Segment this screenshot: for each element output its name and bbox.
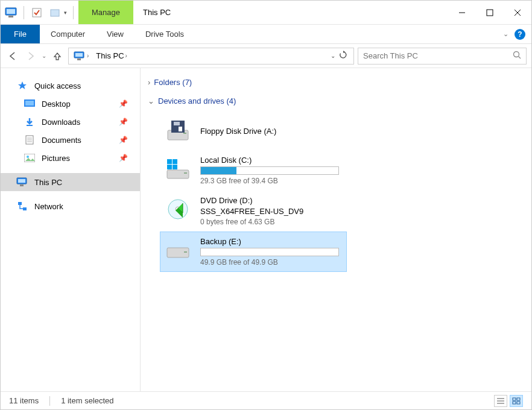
svg-rect-34: [184, 172, 187, 174]
group-label: Devices and drives (4): [158, 96, 236, 106]
svg-rect-24: [18, 179, 25, 183]
properties-icon[interactable]: [30, 6, 43, 19]
svg-line-13: [519, 57, 521, 59]
this-pc-icon: [16, 177, 28, 188]
pin-icon: 📌: [119, 136, 128, 144]
help-icon[interactable]: ?: [515, 29, 525, 40]
group-label: Folders (7): [154, 78, 192, 87]
sidebar-item-pictures[interactable]: Pictures 📌: [1, 149, 140, 167]
hdd-windows-icon: [164, 156, 192, 183]
svg-rect-6: [487, 10, 493, 16]
pin-icon: 📌: [119, 99, 128, 108]
svg-rect-46: [513, 398, 516, 400]
file-tab[interactable]: File: [1, 25, 40, 43]
sidebar-label: Pictures: [42, 154, 70, 163]
drive-label: DVD Drive (D:): [200, 196, 343, 205]
svg-point-22: [27, 156, 29, 158]
sidebar-item-desktop[interactable]: Desktop 📌: [1, 95, 140, 113]
quick-access-toolbar: ▾: [1, 1, 78, 24]
svg-rect-25: [20, 184, 24, 186]
downloads-icon: [24, 116, 36, 127]
svg-rect-33: [167, 170, 189, 178]
hdd-icon: [164, 237, 192, 265]
details-view-button[interactable]: [494, 395, 507, 407]
sidebar-network[interactable]: Network: [1, 197, 140, 215]
sidebar-label: Quick access: [34, 81, 81, 90]
star-icon: [16, 80, 28, 91]
drive-backup-e[interactable]: Backup (E:) 49.9 GB free of 49.9 GB: [160, 232, 347, 272]
svg-rect-47: [517, 398, 520, 400]
recent-dropdown-icon[interactable]: ⌄: [42, 52, 46, 59]
status-selection: 1 item selected: [61, 396, 113, 405]
tab-drive-tools[interactable]: Drive Tools: [135, 25, 195, 43]
separator: [49, 396, 50, 406]
drive-free-text: 49.9 GB free of 49.9 GB: [200, 258, 343, 266]
svg-rect-4: [51, 10, 59, 16]
svg-rect-31: [174, 122, 180, 125]
sidebar-label: Downloads: [42, 118, 80, 127]
capacity-bar: [200, 166, 339, 175]
address-dropdown-icon[interactable]: ⌄: [331, 52, 335, 59]
close-button[interactable]: [504, 1, 531, 24]
search-input[interactable]: [363, 51, 513, 60]
svg-rect-38: [173, 165, 177, 169]
drive-local-c[interactable]: Local Disk (C:) 29.3 GB free of 39.4 GB: [160, 150, 347, 191]
svg-rect-2: [8, 16, 13, 17]
window-title: This PC: [133, 1, 448, 24]
address-root-icon[interactable]: ›: [71, 51, 91, 61]
svg-rect-27: [23, 207, 27, 210]
new-folder-icon[interactable]: [48, 6, 62, 19]
address-segment[interactable]: This PC ›: [93, 51, 130, 60]
sidebar-label: Desktop: [42, 99, 71, 109]
address-path[interactable]: › This PC › ⌄: [68, 48, 354, 65]
back-button[interactable]: [5, 49, 20, 63]
this-pc-icon: [4, 6, 17, 19]
window-controls: [448, 1, 531, 24]
up-button[interactable]: [50, 49, 65, 63]
chevron-right-icon[interactable]: ›: [125, 52, 127, 59]
ribbon: File Computer View Drive Tools ⌄ ?: [1, 25, 531, 44]
drive-label: Backup (E:): [200, 237, 343, 246]
qat-dropdown-icon[interactable]: ▾: [64, 10, 67, 16]
search-box[interactable]: [358, 48, 527, 65]
svg-rect-15: [25, 101, 34, 106]
sidebar-label: This PC: [34, 178, 62, 187]
group-drives[interactable]: ⌄ Devices and drives (4): [148, 93, 524, 112]
sidebar-item-downloads[interactable]: Downloads 📌: [1, 113, 140, 131]
floppy-icon: [164, 117, 192, 145]
pin-icon: 📌: [119, 154, 128, 162]
svg-rect-36: [173, 159, 177, 164]
contextual-tab-header[interactable]: Manage: [78, 1, 133, 24]
titlebar: ▾ Manage This PC: [1, 1, 531, 25]
forward-button[interactable]: [24, 49, 38, 63]
pin-icon: 📌: [119, 118, 128, 126]
documents-icon: [24, 134, 36, 145]
sidebar-item-documents[interactable]: Documents 📌: [1, 131, 140, 149]
tab-computer[interactable]: Computer: [40, 25, 96, 43]
desktop-icon: [24, 98, 36, 109]
minimize-button[interactable]: [448, 1, 476, 24]
tab-view[interactable]: View: [96, 25, 135, 43]
refresh-icon[interactable]: [339, 51, 347, 61]
svg-rect-48: [513, 402, 516, 404]
svg-rect-11: [77, 58, 81, 60]
chevron-right-icon[interactable]: ›: [87, 52, 89, 59]
ribbon-expand-icon[interactable]: ⌄: [503, 30, 508, 38]
drive-dvd-d[interactable]: DVD Drive (D:) SSS_X64FREE_EN-US_DV9 0 b…: [160, 191, 347, 232]
sidebar-label: Network: [34, 202, 63, 211]
status-bar: 11 items 1 item selected: [1, 391, 531, 409]
group-folders[interactable]: › Folders (7): [148, 74, 524, 93]
tiles-view-button[interactable]: [510, 395, 523, 407]
drive-label: Floppy Disk Drive (A:): [200, 127, 343, 136]
drive-floppy[interactable]: Floppy Disk Drive (A:): [160, 112, 347, 150]
search-icon[interactable]: [513, 51, 521, 61]
svg-rect-49: [517, 402, 520, 404]
dvd-icon: [164, 196, 192, 224]
sidebar-quick-access[interactable]: Quick access: [1, 77, 140, 95]
pictures-icon: [24, 153, 36, 163]
svg-point-12: [514, 52, 519, 57]
separator: [24, 6, 24, 19]
sidebar-this-pc[interactable]: This PC: [1, 173, 140, 191]
status-item-count: 11 items: [9, 396, 39, 405]
maximize-button[interactable]: [476, 1, 504, 24]
